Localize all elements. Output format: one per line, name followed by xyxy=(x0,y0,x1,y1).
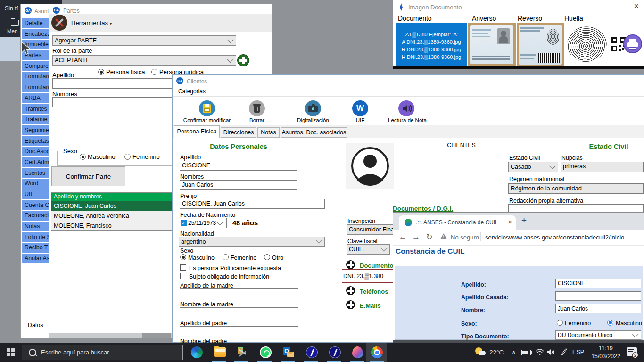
temperature[interactable]: 22°C xyxy=(489,349,504,356)
new-tab-icon[interactable]: + xyxy=(521,215,527,226)
form-nombre-input[interactable]: Juan Carlos xyxy=(555,304,641,313)
form-femenino-radio[interactable] xyxy=(557,320,563,326)
avatar[interactable] xyxy=(346,143,394,189)
tab-notas[interactable]: Notas xyxy=(257,127,280,138)
weather-icon[interactable] xyxy=(475,347,486,357)
tab-persona-fisica[interactable]: Persona Física xyxy=(174,125,220,138)
add-documento-button[interactable] xyxy=(346,260,355,269)
close-icon[interactable]: × xyxy=(634,1,639,11)
persona-fisica-radio[interactable] xyxy=(98,69,104,75)
tray-chevron-icon[interactable]: ∧ xyxy=(512,349,516,356)
form-apellido-label: Apellido: xyxy=(461,281,486,288)
back-icon[interactable]: ← xyxy=(399,232,407,242)
clock[interactable]: 11:19 15/03/2022 xyxy=(588,345,623,360)
security-label[interactable]: No seguro xyxy=(451,234,479,241)
form-masculino-label: Masculino xyxy=(616,320,642,327)
apellido-input[interactable]: CISCIONE xyxy=(180,161,297,171)
whatsapp-icon[interactable] xyxy=(260,346,272,358)
add-parte-button[interactable] xyxy=(237,54,249,66)
camera-icon[interactable] xyxy=(305,100,321,116)
madre-nombre-input[interactable] xyxy=(180,307,298,317)
list-row[interactable]: CISCIONE, Juan Carlos xyxy=(51,201,173,211)
mouse-cursor xyxy=(21,41,31,56)
agregar-parte-select[interactable]: Agregar PARTE xyxy=(52,35,236,46)
partes-apellido-input[interactable] xyxy=(52,78,173,89)
tab-close-icon[interactable]: × xyxy=(508,218,512,226)
start-button[interactable] xyxy=(7,348,15,356)
wifi-icon[interactable] xyxy=(536,349,544,355)
clientes-app-icon: GA xyxy=(176,77,183,84)
prefijo-input[interactable]: CISCIONE, Juan Carlos xyxy=(180,199,325,209)
url-text[interactable]: servicioswww.anses.gov.ar/constanciadecu… xyxy=(485,234,642,241)
tools-app-icon[interactable] xyxy=(237,346,248,358)
pen-tray-icon[interactable] xyxy=(560,348,568,356)
reload-icon[interactable]: ↻ xyxy=(426,232,432,241)
madre-apellido-input[interactable] xyxy=(180,288,298,298)
femenino-radio[interactable] xyxy=(223,254,229,260)
add-telefono-button[interactable] xyxy=(346,286,355,295)
nacionalidad-select[interactable]: argentino xyxy=(179,237,325,247)
partes-nombres-input[interactable] xyxy=(52,97,173,107)
nombres-input[interactable]: Juan Carlos xyxy=(180,180,297,190)
trash-icon[interactable] xyxy=(249,100,265,116)
file-explorer-icon[interactable] xyxy=(214,347,226,357)
speaker-icon[interactable] xyxy=(398,100,414,116)
pep-checkbox[interactable] xyxy=(180,264,186,271)
date-checkbox[interactable]: ✓ xyxy=(181,220,187,226)
forward-icon[interactable]: → xyxy=(412,232,420,242)
fecha-nacimiento-picker[interactable]: ✓ 25/11/1973 xyxy=(179,218,227,228)
add-email-button[interactable] xyxy=(346,300,355,309)
regimen-input[interactable]: Régimen de la comunidad xyxy=(508,183,644,194)
form-apellido-casada-input[interactable] xyxy=(555,291,641,301)
persona-juridica-radio[interactable] xyxy=(151,69,157,75)
browser-tab[interactable]: .::. ANSES - Constancia de CUIL .:: × xyxy=(399,215,516,230)
anverso-image[interactable] xyxy=(468,23,516,66)
battery-icon[interactable] xyxy=(521,350,531,355)
herramientas-menu[interactable]: Herramientas ▾ xyxy=(71,19,112,26)
uif-icon[interactable]: W xyxy=(352,100,368,116)
confirmar-parte-button[interactable]: Confirmar Parte xyxy=(51,166,125,186)
rol-select[interactable]: ACEPTANTE xyxy=(52,55,236,66)
save-icon[interactable] xyxy=(199,100,215,116)
clave-fiscal-select[interactable]: CUIL. xyxy=(347,244,390,255)
print-button[interactable] xyxy=(623,34,642,53)
categorias-menu[interactable]: Categorias xyxy=(178,88,206,95)
notary-app2-icon[interactable] xyxy=(329,346,341,358)
estado-civil-select[interactable]: Casado xyxy=(508,162,558,172)
form-apellido-input[interactable]: CISCIONE xyxy=(555,279,641,288)
list-row[interactable]: MOLEONE, Andrea Verónica xyxy=(51,211,173,221)
partes-masculino-label: Masculino xyxy=(88,153,116,160)
tab-asuntos-doc[interactable]: Asuntos. Doc. asociados xyxy=(281,127,347,138)
language-indicator[interactable]: ESP xyxy=(572,349,584,355)
notification-icon[interactable]: 2 xyxy=(627,347,637,356)
chrome-icon[interactable] xyxy=(371,346,383,358)
nupcias-input[interactable]: primeras xyxy=(561,162,644,172)
padre-apellido-input[interactable] xyxy=(180,326,298,336)
form-masculino-radio[interactable] xyxy=(607,320,613,326)
partes-masculino-radio[interactable] xyxy=(80,154,86,160)
outlook-icon[interactable]: O xyxy=(283,346,295,358)
sujeto-checkbox[interactable] xyxy=(180,273,186,279)
documento-line: 23.▒1380 Ejemplar: 'A' xyxy=(396,31,467,38)
notary-app-icon[interactable] xyxy=(306,346,318,358)
tab-direcciones[interactable]: Direcciones xyxy=(221,127,256,138)
partes-femenino-radio[interactable] xyxy=(124,154,131,160)
asunt-app-icon: GA xyxy=(25,7,32,14)
dni-row[interactable]: DNI. 23.▒1.380 xyxy=(343,273,383,280)
masculino-radio[interactable] xyxy=(180,254,186,260)
huella-image[interactable] xyxy=(566,23,609,66)
volume-icon[interactable] xyxy=(547,349,555,355)
background-menu-label[interactable]: Men xyxy=(7,28,17,34)
reverso-image[interactable] xyxy=(517,23,564,66)
otro-radio[interactable] xyxy=(264,254,270,260)
edge-icon[interactable] xyxy=(191,346,203,358)
notification-badge: 2 xyxy=(632,352,638,358)
taskbar-search[interactable]: Escribe aquí para buscar xyxy=(22,345,183,360)
documento-panel[interactable]: 23.▒1380 Ejemplar: 'A' A DNI.23.▒1380-93… xyxy=(396,23,467,66)
list-row[interactable]: MOLEONE, Francisco xyxy=(51,221,173,230)
paint-app-icon[interactable] xyxy=(352,346,363,358)
form-tipo-doc-select[interactable]: DU Documento Unico xyxy=(555,330,641,340)
form-sexo-label: Sexo: xyxy=(461,321,477,327)
form-femenino-label: Femenino xyxy=(565,320,591,327)
tools-icon[interactable] xyxy=(51,15,67,31)
